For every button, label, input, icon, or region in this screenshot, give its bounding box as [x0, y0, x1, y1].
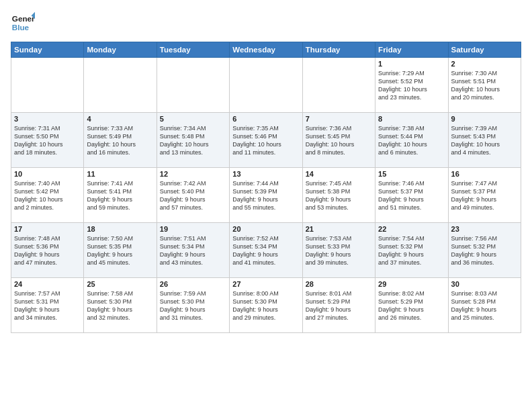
- day-number: 13: [232, 170, 299, 178]
- day-info: Sunrise: 7:48 AM Sunset: 5:36 PM Dayligh…: [14, 234, 81, 267]
- weekday-header-wednesday: Wednesday: [230, 42, 302, 58]
- weekday-header-row: SundayMondayTuesdayWednesdayThursdayFrid…: [11, 42, 521, 58]
- day-number: 24: [14, 280, 81, 288]
- svg-text:Blue: Blue: [12, 23, 30, 32]
- day-number: 15: [378, 170, 445, 178]
- header: General Blue: [11, 11, 521, 35]
- day-info: Sunrise: 7:51 AM Sunset: 5:34 PM Dayligh…: [160, 234, 226, 267]
- day-info: Sunrise: 7:59 AM Sunset: 5:30 PM Dayligh…: [160, 289, 226, 322]
- day-info: Sunrise: 7:36 AM Sunset: 5:45 PM Dayligh…: [306, 124, 372, 157]
- day-number: 12: [160, 170, 226, 178]
- day-cell: 30Sunrise: 8:03 AM Sunset: 5:28 PM Dayli…: [448, 278, 521, 333]
- day-cell: 25Sunrise: 7:58 AM Sunset: 5:30 PM Dayli…: [84, 278, 157, 333]
- day-info: Sunrise: 8:00 AM Sunset: 5:30 PM Dayligh…: [232, 289, 299, 322]
- day-number: 5: [160, 115, 226, 123]
- day-info: Sunrise: 7:33 AM Sunset: 5:49 PM Dayligh…: [87, 124, 153, 157]
- day-cell: 22Sunrise: 7:54 AM Sunset: 5:32 PM Dayli…: [375, 223, 448, 278]
- day-info: Sunrise: 8:01 AM Sunset: 5:29 PM Dayligh…: [306, 289, 372, 322]
- day-number: 30: [451, 280, 518, 288]
- day-number: 21: [306, 225, 372, 233]
- weekday-header-saturday: Saturday: [448, 42, 521, 58]
- day-cell: 18Sunrise: 7:50 AM Sunset: 5:35 PM Dayli…: [84, 223, 157, 278]
- day-number: 10: [14, 170, 81, 178]
- day-number: 4: [87, 115, 153, 123]
- day-cell: 4Sunrise: 7:33 AM Sunset: 5:49 PM Daylig…: [84, 113, 157, 168]
- day-number: 6: [232, 115, 299, 123]
- weekday-header-thursday: Thursday: [302, 42, 375, 58]
- day-info: Sunrise: 7:53 AM Sunset: 5:33 PM Dayligh…: [306, 234, 372, 267]
- day-cell: [302, 58, 375, 113]
- day-info: Sunrise: 7:34 AM Sunset: 5:48 PM Dayligh…: [160, 124, 226, 157]
- day-info: Sunrise: 7:46 AM Sunset: 5:37 PM Dayligh…: [378, 179, 445, 212]
- day-cell: 19Sunrise: 7:51 AM Sunset: 5:34 PM Dayli…: [157, 223, 229, 278]
- day-cell: [11, 58, 84, 113]
- day-cell: 9Sunrise: 7:39 AM Sunset: 5:43 PM Daylig…: [448, 113, 521, 168]
- day-cell: 12Sunrise: 7:42 AM Sunset: 5:40 PM Dayli…: [157, 168, 229, 223]
- week-row-1: 1Sunrise: 7:29 AM Sunset: 5:52 PM Daylig…: [11, 58, 521, 113]
- day-info: Sunrise: 7:41 AM Sunset: 5:41 PM Dayligh…: [87, 179, 153, 212]
- day-cell: 2Sunrise: 7:30 AM Sunset: 5:51 PM Daylig…: [448, 58, 521, 113]
- day-info: Sunrise: 8:02 AM Sunset: 5:29 PM Dayligh…: [378, 289, 445, 322]
- weekday-header-tuesday: Tuesday: [157, 42, 229, 58]
- day-number: 27: [232, 280, 299, 288]
- day-info: Sunrise: 7:47 AM Sunset: 5:37 PM Dayligh…: [451, 179, 518, 212]
- day-info: Sunrise: 7:44 AM Sunset: 5:39 PM Dayligh…: [232, 179, 299, 212]
- day-info: Sunrise: 7:54 AM Sunset: 5:32 PM Dayligh…: [378, 234, 445, 267]
- day-number: 23: [451, 225, 518, 233]
- day-info: Sunrise: 7:39 AM Sunset: 5:43 PM Dayligh…: [451, 124, 518, 157]
- day-info: Sunrise: 7:50 AM Sunset: 5:35 PM Dayligh…: [87, 234, 153, 267]
- day-cell: 14Sunrise: 7:45 AM Sunset: 5:38 PM Dayli…: [302, 168, 375, 223]
- day-info: Sunrise: 7:30 AM Sunset: 5:51 PM Dayligh…: [451, 69, 518, 102]
- day-cell: 21Sunrise: 7:53 AM Sunset: 5:33 PM Dayli…: [302, 223, 375, 278]
- day-number: 28: [306, 280, 372, 288]
- day-info: Sunrise: 7:31 AM Sunset: 5:50 PM Dayligh…: [14, 124, 81, 157]
- day-cell: 24Sunrise: 7:57 AM Sunset: 5:31 PM Dayli…: [11, 278, 84, 333]
- day-number: 19: [160, 225, 226, 233]
- day-cell: 5Sunrise: 7:34 AM Sunset: 5:48 PM Daylig…: [157, 113, 229, 168]
- week-row-3: 10Sunrise: 7:40 AM Sunset: 5:42 PM Dayli…: [11, 168, 521, 223]
- day-number: 25: [87, 280, 153, 288]
- day-number: 26: [160, 280, 226, 288]
- week-row-5: 24Sunrise: 7:57 AM Sunset: 5:31 PM Dayli…: [11, 278, 521, 333]
- day-cell: 3Sunrise: 7:31 AM Sunset: 5:50 PM Daylig…: [11, 113, 84, 168]
- day-number: 2: [451, 60, 518, 68]
- day-number: 14: [306, 170, 372, 178]
- day-cell: 29Sunrise: 8:02 AM Sunset: 5:29 PM Dayli…: [375, 278, 448, 333]
- day-info: Sunrise: 7:42 AM Sunset: 5:40 PM Dayligh…: [160, 179, 226, 212]
- day-info: Sunrise: 7:38 AM Sunset: 5:44 PM Dayligh…: [378, 124, 445, 157]
- day-cell: 6Sunrise: 7:35 AM Sunset: 5:46 PM Daylig…: [230, 113, 302, 168]
- day-number: 17: [14, 225, 81, 233]
- day-cell: 8Sunrise: 7:38 AM Sunset: 5:44 PM Daylig…: [375, 113, 448, 168]
- day-cell: 17Sunrise: 7:48 AM Sunset: 5:36 PM Dayli…: [11, 223, 84, 278]
- day-cell: 16Sunrise: 7:47 AM Sunset: 5:37 PM Dayli…: [448, 168, 521, 223]
- day-number: 8: [378, 115, 445, 123]
- day-number: 29: [378, 280, 445, 288]
- day-number: 16: [451, 170, 518, 178]
- day-info: Sunrise: 7:35 AM Sunset: 5:46 PM Dayligh…: [232, 124, 299, 157]
- day-number: 22: [378, 225, 445, 233]
- day-info: Sunrise: 7:40 AM Sunset: 5:42 PM Dayligh…: [14, 179, 81, 212]
- day-number: 18: [87, 225, 153, 233]
- day-cell: 13Sunrise: 7:44 AM Sunset: 5:39 PM Dayli…: [230, 168, 302, 223]
- day-number: 7: [306, 115, 372, 123]
- day-number: 3: [14, 115, 81, 123]
- day-cell: [230, 58, 302, 113]
- day-cell: 10Sunrise: 7:40 AM Sunset: 5:42 PM Dayli…: [11, 168, 84, 223]
- day-number: 1: [378, 60, 445, 68]
- day-cell: 28Sunrise: 8:01 AM Sunset: 5:29 PM Dayli…: [302, 278, 375, 333]
- day-info: Sunrise: 7:45 AM Sunset: 5:38 PM Dayligh…: [306, 179, 372, 212]
- week-row-4: 17Sunrise: 7:48 AM Sunset: 5:36 PM Dayli…: [11, 223, 521, 278]
- day-info: Sunrise: 7:58 AM Sunset: 5:30 PM Dayligh…: [87, 289, 153, 322]
- day-number: 11: [87, 170, 153, 178]
- day-cell: 1Sunrise: 7:29 AM Sunset: 5:52 PM Daylig…: [375, 58, 448, 113]
- day-info: Sunrise: 7:57 AM Sunset: 5:31 PM Dayligh…: [14, 289, 81, 322]
- day-number: 20: [232, 225, 299, 233]
- logo-icon: General Blue: [11, 11, 35, 35]
- day-info: Sunrise: 8:03 AM Sunset: 5:28 PM Dayligh…: [451, 289, 518, 322]
- weekday-header-friday: Friday: [375, 42, 448, 58]
- day-info: Sunrise: 7:56 AM Sunset: 5:32 PM Dayligh…: [451, 234, 518, 267]
- day-cell: 15Sunrise: 7:46 AM Sunset: 5:37 PM Dayli…: [375, 168, 448, 223]
- day-number: 9: [451, 115, 518, 123]
- day-cell: [84, 58, 157, 113]
- weekday-header-sunday: Sunday: [11, 42, 84, 58]
